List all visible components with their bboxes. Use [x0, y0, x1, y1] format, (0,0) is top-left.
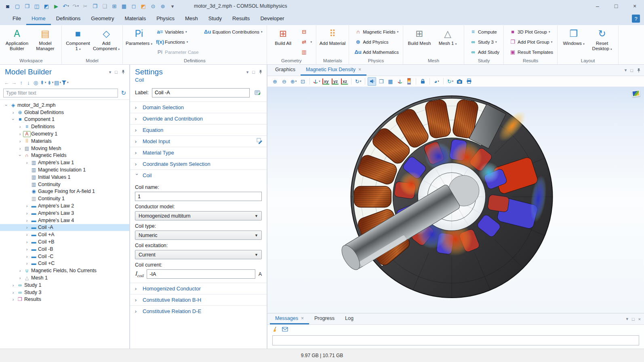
- pin-icon[interactable]: [259, 70, 263, 74]
- tree-item-coil-a[interactable]: ›▬Coil -A: [0, 224, 129, 231]
- menu-tab-physics[interactable]: Physics: [151, 12, 180, 25]
- tree-item-motor-3d-2-mph[interactable]: ›◈motor_3d_2.mph: [0, 102, 129, 109]
- view-xz-icon[interactable]: xz: [340, 77, 349, 86]
- color-legend-icon[interactable]: [405, 77, 413, 86]
- tree-item-coil-b[interactable]: ›▬Coil -B: [0, 246, 129, 253]
- tree-item-magnetic-insulation-1[interactable]: ▥Magnetic Insulation 1: [0, 166, 129, 174]
- tree-item-coil-c[interactable]: ›▬Coil -C: [0, 253, 129, 260]
- close-tab-icon[interactable]: ×: [358, 67, 361, 72]
- redo-icon[interactable]: ↷▾: [71, 2, 80, 11]
- tree-item-magnetic-fields-no-currents[interactable]: ›∪Magnetic Fields, No Currents: [0, 267, 129, 274]
- copy-icon[interactable]: ❐: [90, 2, 99, 11]
- menu-tab-home[interactable]: Home: [26, 12, 51, 25]
- chevron-right-icon[interactable]: ›: [24, 203, 30, 208]
- graphics-canvas[interactable]: [267, 87, 644, 313]
- tree-item-amp-re-s-law-4[interactable]: ›▬Ampère's Law 4: [0, 217, 129, 224]
- chevron-right-icon[interactable]: ›: [24, 247, 30, 252]
- add-plot-group-button[interactable]: ❐Add Plot Group▾: [506, 37, 555, 47]
- filter-input[interactable]: [3, 89, 118, 97]
- chevron-right-icon[interactable]: ›: [10, 110, 16, 115]
- chevron-right-icon[interactable]: ›: [17, 124, 23, 129]
- chevron-right-icon[interactable]: ›: [24, 225, 30, 230]
- menu-tab-mesh[interactable]: Mesh: [180, 12, 203, 25]
- tree-item-continuity[interactable]: ▥Continuity: [0, 181, 129, 188]
- study-3-button[interactable]: ∞Study 3▾: [466, 37, 501, 47]
- parameters-button[interactable]: PiParameters ▾: [125, 25, 153, 47]
- float-panel-icon[interactable]: □: [115, 70, 118, 74]
- transparency-icon[interactable]: ❒: [377, 77, 385, 86]
- mesh-1-button[interactable]: △Mesh 1 ▾: [434, 25, 462, 47]
- view-xy-icon[interactable]: xy: [322, 77, 330, 86]
- tree-item-mesh-1[interactable]: ›△Mesh 1: [0, 274, 129, 282]
- find-icon[interactable]: ⊙: [149, 2, 158, 11]
- tree-item-study-1[interactable]: ›∞Study 1: [0, 282, 129, 289]
- chevron-right-icon[interactable]: ›: [17, 139, 23, 144]
- menu-tab-materials[interactable]: Materials: [119, 12, 151, 25]
- close-button[interactable]: ×: [625, 0, 644, 12]
- close-tab-icon[interactable]: ×: [301, 315, 304, 321]
- menu-tab-study[interactable]: Study: [203, 12, 227, 25]
- clear-messages-icon[interactable]: [272, 326, 278, 333]
- minimize-button[interactable]: –: [588, 0, 607, 12]
- move-down-icon[interactable]: ↓: [25, 78, 32, 87]
- add-component-button[interactable]: ◇Add Component ▾: [92, 25, 120, 53]
- message-log-icon[interactable]: [282, 327, 288, 333]
- section-constitutive-de[interactable]: › Constitutive Relation D-E: [130, 305, 267, 317]
- zoom-in-icon[interactable]: ⊕: [271, 77, 279, 86]
- chevron-right-icon[interactable]: ›: [24, 211, 30, 216]
- menu-tab-file[interactable]: File: [7, 12, 26, 25]
- paste-icon[interactable]: ❑: [100, 2, 109, 11]
- select-box-icon[interactable]: ◻: [129, 2, 138, 11]
- orientation-icon[interactable]: [396, 77, 404, 86]
- panel-menu-icon[interactable]: ▾: [109, 70, 112, 75]
- snapshot-icon[interactable]: [455, 77, 464, 86]
- tree-item-moving-mesh[interactable]: ›▨Moving Mesh: [0, 145, 129, 152]
- tree-item-study-3[interactable]: ›∞Study 3: [0, 289, 129, 296]
- build-all-button[interactable]: ⊞Build All: [269, 25, 297, 47]
- add-material-button[interactable]: ⠿Add Material: [318, 25, 347, 47]
- zoom-box-icon[interactable]: ⊕▾: [289, 77, 298, 86]
- tree-item-coil-c[interactable]: ›▬Coil +C: [0, 260, 129, 267]
- result-templates-button[interactable]: ▣Result Templates: [506, 47, 555, 57]
- cut-icon[interactable]: ✂: [81, 2, 90, 11]
- lock-axis-icon[interactable]: [419, 77, 427, 86]
- section-model-input[interactable]: › Model Input: [130, 135, 267, 147]
- tree-item-component-1[interactable]: ›■Component 1: [0, 116, 129, 123]
- pin-icon[interactable]: [121, 70, 125, 74]
- section-coil[interactable]: › Coil: [130, 169, 267, 181]
- update-plot-icon[interactable]: ↻▾: [446, 77, 455, 86]
- menu-tab-definitions[interactable]: Definitions: [51, 12, 86, 25]
- variables-button[interactable]: a=Variables▾: [153, 27, 201, 37]
- duplicate-icon[interactable]: ⊞: [110, 2, 119, 11]
- application-builder-button[interactable]: AApplication Builder: [3, 25, 31, 52]
- refresh-icon[interactable]: ↻: [121, 89, 126, 97]
- tree-item-materials[interactable]: ›⠿Materials: [0, 138, 129, 145]
- messages-tab-log[interactable]: Log: [340, 313, 359, 324]
- section-override-contribution[interactable]: › Override and Contribution: [130, 113, 267, 124]
- add-study-button[interactable]: ∞Add Study: [466, 47, 501, 57]
- panel-menu-icon[interactable]: ▾: [625, 68, 627, 73]
- move-up-icon[interactable]: ↑: [18, 78, 25, 87]
- chevron-right-icon[interactable]: ›: [17, 268, 23, 273]
- section-coordinate-system[interactable]: › Coordinate System Selection: [130, 158, 267, 169]
- compute-button[interactable]: =Compute: [466, 27, 501, 37]
- float-panel-icon[interactable]: □: [630, 68, 633, 73]
- grid-icon[interactable]: ▦: [386, 77, 395, 86]
- plot-group-3d-button[interactable]: ■3D Plot Group▾: [506, 27, 555, 37]
- chevron-right-icon[interactable]: ›: [17, 275, 23, 280]
- tree-item-amp-re-s-law-2[interactable]: ›▬Ampère's Law 2: [0, 202, 129, 210]
- rotate-view-icon[interactable]: ↻▾: [354, 77, 362, 86]
- go-to-view-icon[interactable]: ▾: [312, 77, 321, 86]
- equation-contributions-button[interactable]: ΔuEquation Contributions▾: [201, 27, 265, 37]
- tree-item-results[interactable]: ›❐Results: [0, 296, 129, 303]
- menu-tab-developer[interactable]: Developer: [255, 12, 289, 25]
- messages-tab-messages[interactable]: Messages×: [270, 313, 309, 324]
- tree-item-coil-b[interactable]: ›▬Coil +B: [0, 238, 129, 246]
- show-icon[interactable]: ◎: [32, 78, 39, 87]
- section-material-type[interactable]: › Material Type: [130, 147, 267, 158]
- filter-funnel-icon[interactable]: ▾: [61, 78, 69, 87]
- panel-menu-icon[interactable]: ▾: [246, 70, 249, 75]
- chevron-right-icon[interactable]: ›: [10, 283, 16, 288]
- build-mesh-button[interactable]: ⊞Build Mesh: [405, 25, 434, 47]
- float-panel-icon[interactable]: □: [252, 70, 255, 74]
